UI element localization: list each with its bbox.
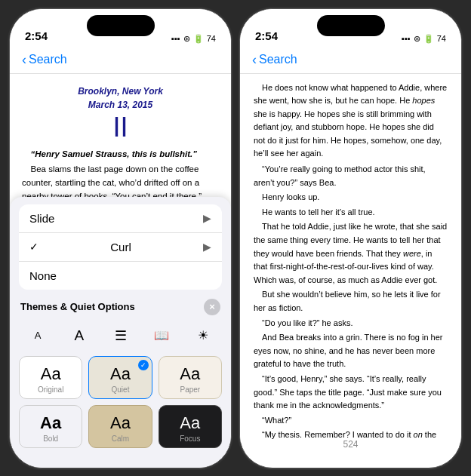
right-status-icons: ▪▪▪ ⊛ 🔋 74 bbox=[402, 34, 446, 44]
left-status-bar: 2:54 ▪▪▪ ⊛ 🔋 74 bbox=[10, 9, 231, 47]
left-time: 2:54 bbox=[25, 29, 48, 44]
book-location: Brooklyn, New York March 13, 2015 bbox=[22, 84, 219, 112]
right-wifi-icon: ⊛ bbox=[414, 34, 420, 44]
theme-quiet-label: Quiet bbox=[112, 385, 130, 394]
toolbar-row: A A ☰ 📖 ☀ bbox=[10, 318, 231, 353]
slide-label-none: None bbox=[29, 269, 57, 282]
theme-bold-label: Bold bbox=[43, 435, 58, 443]
theme-quiet[interactable]: Aa Quiet bbox=[88, 356, 152, 399]
brightness-icon: ☀ bbox=[198, 328, 208, 342]
theme-calm-text: Aa bbox=[110, 413, 131, 433]
signal-icon: ▪▪▪ bbox=[171, 34, 180, 43]
book-chapter: II bbox=[22, 112, 219, 143]
theme-original[interactable]: Aa Original bbox=[19, 356, 82, 399]
theme-original-label: Original bbox=[38, 385, 63, 394]
theme-calm-label: Calm bbox=[112, 435, 129, 443]
font-large-button[interactable]: A bbox=[66, 323, 92, 349]
book-heading: Brooklyn, New York March 13, 2015 II bbox=[22, 84, 219, 143]
left-status-icons: ▪▪▪ ⊛ 🔋 74 bbox=[171, 34, 216, 44]
battery-icon: 🔋 bbox=[193, 34, 204, 44]
left-back-button[interactable]: ‹ Search bbox=[22, 52, 67, 68]
theme-quiet-text: Aa bbox=[110, 364, 131, 384]
right-para-5: But she wouldn’t believe him, so he lets… bbox=[254, 288, 448, 315]
battery-level: 74 bbox=[207, 34, 216, 43]
right-back-label: Search bbox=[259, 53, 297, 66]
left-back-label: Search bbox=[29, 53, 67, 66]
theme-bold-text: Aa bbox=[40, 413, 61, 433]
slide-option-slide[interactable]: Slide ▶ bbox=[19, 204, 222, 233]
format-icon: ☰ bbox=[115, 327, 127, 344]
theme-paper-text: Aa bbox=[180, 364, 200, 384]
slide-label-slide: Slide bbox=[29, 212, 54, 225]
dynamic-island bbox=[87, 15, 155, 36]
font-large-label: A bbox=[74, 327, 84, 344]
theme-paper[interactable]: Aa Paper bbox=[159, 356, 222, 399]
left-back-chevron: ‹ bbox=[22, 52, 26, 68]
right-top-nav: ‹ Search bbox=[240, 47, 461, 74]
slide-icon-slide: ▶ bbox=[203, 212, 211, 224]
right-para-1: “You’re really going to method actor thi… bbox=[254, 163, 448, 189]
curl-checkmark: ✓ bbox=[29, 241, 38, 253]
right-battery-level: 74 bbox=[437, 34, 446, 43]
right-status-bar: 2:54 ▪▪▪ ⊛ 🔋 74 bbox=[240, 9, 461, 47]
theme-focus[interactable]: Aa Focus bbox=[159, 405, 222, 448]
theme-quiet-selected bbox=[138, 360, 149, 370]
bookmark-icon: 📖 bbox=[154, 328, 169, 342]
right-para-2: Henry looks up. bbox=[254, 191, 448, 204]
theme-focus-label: Focus bbox=[180, 435, 200, 443]
right-battery-icon: 🔋 bbox=[423, 34, 434, 44]
left-top-nav: ‹ Search bbox=[10, 47, 231, 74]
bottom-panel: Slide ▶ ✓ Curl ▶ None Themes & Quiet Opt… bbox=[10, 197, 231, 468]
themes-title: Themes & Quiet Options bbox=[20, 301, 135, 312]
theme-bold[interactable]: Aa Bold bbox=[19, 405, 82, 448]
right-phone: 2:54 ▪▪▪ ⊛ 🔋 74 ‹ Search He does not kno… bbox=[239, 8, 462, 468]
font-small-button[interactable]: A bbox=[25, 323, 51, 349]
theme-paper-label: Paper bbox=[180, 385, 200, 394]
themes-grid: Aa Original Aa Quiet Aa Paper Aa Bold bbox=[10, 353, 231, 453]
right-back-button[interactable]: ‹ Search bbox=[252, 52, 297, 68]
right-para-0: He does not know what happened to Addie,… bbox=[254, 81, 448, 161]
themes-header: Themes & Quiet Options × bbox=[10, 294, 231, 318]
right-dynamic-island bbox=[317, 15, 385, 36]
right-book-content: He does not know what happened to Addie,… bbox=[240, 74, 461, 442]
page-number: 524 bbox=[343, 439, 358, 450]
right-para-7: And Bea breaks into a grin. There is no … bbox=[254, 331, 448, 371]
transition-options: Slide ▶ ✓ Curl ▶ None bbox=[19, 204, 222, 290]
right-signal-icon: ▪▪▪ bbox=[402, 34, 411, 43]
slide-option-curl[interactable]: ✓ Curl ▶ bbox=[19, 233, 222, 262]
theme-focus-text: Aa bbox=[180, 413, 200, 433]
slide-icon-curl: ▶ bbox=[203, 241, 211, 253]
phones-container: 2:54 ▪▪▪ ⊛ 🔋 74 ‹ Search Brooklyn, New Y… bbox=[0, 0, 471, 476]
book-para-0: “Henry Samuel Strauss, this is bullshit.… bbox=[22, 148, 219, 161]
wifi-icon: ⊛ bbox=[183, 34, 190, 44]
right-para-9: “What?” bbox=[254, 414, 448, 428]
right-para-8: “It’s good, Henry,” she says. “It’s real… bbox=[254, 373, 448, 413]
right-back-chevron: ‹ bbox=[252, 52, 257, 68]
right-para-4: That he told Addie, just like he wrote, … bbox=[254, 220, 448, 287]
bookmark-button[interactable]: 📖 bbox=[149, 323, 174, 349]
theme-original-text: Aa bbox=[41, 364, 61, 384]
theme-calm[interactable]: Aa Calm bbox=[88, 405, 152, 448]
close-button[interactable]: × bbox=[204, 299, 220, 315]
right-time: 2:54 bbox=[255, 29, 278, 44]
font-small-label: A bbox=[35, 330, 42, 341]
brightness-button[interactable]: ☀ bbox=[190, 323, 216, 349]
right-para-3: He wants to tell her it’s all true. bbox=[254, 206, 448, 220]
left-phone: 2:54 ▪▪▪ ⊛ 🔋 74 ‹ Search Brooklyn, New Y… bbox=[9, 8, 232, 468]
slide-option-none[interactable]: None bbox=[19, 262, 222, 290]
slide-label-curl: Curl bbox=[110, 241, 131, 253]
format-button[interactable]: ☰ bbox=[108, 323, 134, 349]
right-para-6: “Do you like it?” he asks. bbox=[254, 317, 448, 330]
